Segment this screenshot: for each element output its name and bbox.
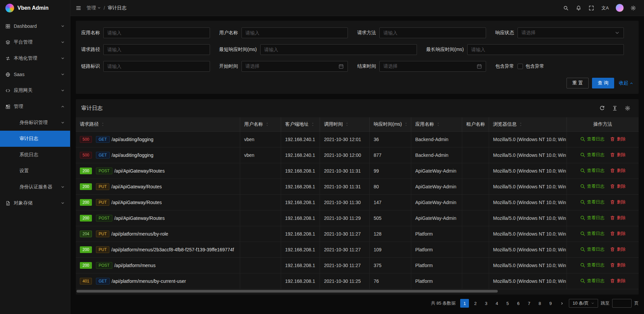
delete-button[interactable]: 删除: [610, 136, 626, 142]
sort-icon[interactable]: [405, 122, 408, 126]
search-button[interactable]: 查 询: [592, 78, 614, 88]
delete-button[interactable]: 删除: [610, 199, 626, 205]
app-name-input[interactable]: [103, 27, 210, 38]
column-header-1[interactable]: 用户名称: [240, 117, 281, 132]
request-method-input[interactable]: [379, 27, 486, 38]
sort-icon[interactable]: [311, 122, 314, 126]
user-cell: [240, 210, 281, 226]
sidebar-item-management[interactable]: 管理: [0, 99, 70, 115]
page-button-9[interactable]: 9: [546, 299, 555, 308]
layers-icon: [5, 40, 10, 45]
view-log-button[interactable]: 查看日志: [580, 168, 604, 174]
page-unit-label: 页: [634, 300, 639, 306]
sidebar-item-object-storage[interactable]: 对象存储: [0, 195, 70, 211]
sort-icon[interactable]: [519, 122, 522, 126]
call-time-cell: 2021-10-30 11:27: [320, 242, 370, 258]
page-button-5[interactable]: 5: [503, 299, 512, 308]
avatar[interactable]: [615, 4, 624, 12]
sidebar-item-app-gateway[interactable]: 应用网关: [0, 82, 70, 99]
sort-icon[interactable]: [437, 122, 440, 126]
response-status-select[interactable]: 请选择: [518, 27, 624, 38]
view-log-button[interactable]: 查看日志: [580, 278, 604, 284]
delete-label: 删除: [617, 183, 626, 189]
sidebar-item-identity-management[interactable]: 身份标识管理: [0, 115, 70, 131]
max-response-time-label: 最长响应时间(ms): [426, 47, 467, 53]
view-log-button[interactable]: 查看日志: [580, 231, 604, 237]
locale-icon[interactable]: 文A: [599, 3, 611, 13]
delete-button[interactable]: 删除: [610, 231, 626, 237]
delete-button[interactable]: 删除: [610, 278, 626, 284]
sidebar-item-platform-management[interactable]: 平台管理: [0, 34, 70, 50]
column-header-2[interactable]: 客户端地址: [281, 117, 320, 132]
min-response-time-input[interactable]: [260, 44, 417, 55]
page-button-2[interactable]: 2: [471, 299, 480, 308]
column-header-5[interactable]: 应用名称: [411, 117, 462, 132]
include-exception-checkbox[interactable]: [518, 64, 523, 69]
column-header-3[interactable]: 调用时间: [320, 117, 370, 132]
sort-icon[interactable]: [101, 122, 104, 126]
column-header-0[interactable]: 请求路径: [76, 117, 240, 132]
delete-button[interactable]: 删除: [610, 168, 626, 174]
next-page-button[interactable]: [557, 299, 566, 308]
magnifier-icon: [580, 152, 585, 158]
delete-button[interactable]: 删除: [610, 246, 626, 252]
view-log-button[interactable]: 查看日志: [580, 183, 604, 189]
delete-button[interactable]: 删除: [610, 262, 626, 268]
column-header-4[interactable]: 响应时间(ms): [370, 117, 411, 132]
jump-page-input[interactable]: [612, 299, 632, 308]
reset-button[interactable]: 重 置: [567, 78, 589, 88]
view-log-button[interactable]: 查看日志: [580, 215, 604, 221]
sidebar-item-audit-log[interactable]: 审计日志: [0, 131, 70, 147]
page-button-8[interactable]: 8: [535, 299, 544, 308]
collapse-link[interactable]: 收起: [619, 80, 633, 86]
app-name-cell: Platform: [411, 226, 462, 242]
request-path-input[interactable]: [103, 44, 210, 55]
page-size-select[interactable]: 10 条/页: [569, 299, 598, 308]
start-time-picker[interactable]: 请选择: [241, 61, 348, 72]
settings-gear-icon[interactable]: [628, 3, 639, 13]
view-log-button[interactable]: 查看日志: [580, 199, 604, 205]
breadcrumb-separator: /: [104, 5, 105, 11]
search-icon[interactable]: [560, 3, 571, 13]
column-settings-icon[interactable]: [622, 104, 633, 113]
sidebar-item-settings[interactable]: 设置: [0, 163, 70, 179]
sidebar-item-dashboard[interactable]: Dashboard: [0, 18, 70, 34]
column-header-6[interactable]: 租户名称: [462, 117, 489, 132]
page-button-4[interactable]: 4: [492, 299, 501, 308]
request-path-cell: 204PUT/api/platform/menus/by-role: [76, 226, 240, 242]
scrollbar-thumb[interactable]: [76, 290, 498, 293]
fullscreen-icon[interactable]: [586, 3, 597, 13]
column-header-7[interactable]: 浏览器信息: [489, 117, 567, 132]
page-button-6[interactable]: 6: [514, 299, 523, 308]
view-log-button[interactable]: 查看日志: [580, 262, 604, 268]
brand[interactable]: Vben Admin: [0, 0, 70, 16]
trace-id-input[interactable]: [103, 61, 210, 72]
table-row: 500GET/api/auditing/loggingvben192.168.2…: [76, 147, 639, 163]
breadcrumb-root[interactable]: 管理: [87, 5, 101, 11]
menu-fold-icon[interactable]: [76, 5, 81, 11]
client-address-cell: 192.168.208.1: [281, 258, 320, 273]
view-log-button[interactable]: 查看日志: [580, 152, 604, 158]
page-button-7[interactable]: 7: [525, 299, 533, 308]
sort-icon[interactable]: [345, 122, 348, 126]
row-height-icon[interactable]: [609, 104, 621, 113]
brand-logo-icon: [5, 4, 14, 12]
notification-icon[interactable]: [573, 3, 584, 13]
delete-button[interactable]: 删除: [610, 152, 626, 158]
page-button-3[interactable]: 3: [482, 299, 490, 308]
sidebar-item-system-log[interactable]: 系统日志: [0, 147, 70, 163]
delete-button[interactable]: 删除: [610, 215, 626, 221]
refresh-icon[interactable]: [596, 104, 608, 113]
delete-button[interactable]: 删除: [610, 183, 626, 189]
sidebar-item-auth-server[interactable]: 身份认证服务器: [0, 179, 70, 195]
view-log-button[interactable]: 查看日志: [580, 246, 604, 252]
page-button-1[interactable]: 1: [460, 299, 469, 308]
end-time-picker[interactable]: 请选择: [379, 61, 486, 72]
user-name-input[interactable]: [241, 27, 348, 38]
view-log-button[interactable]: 查看日志: [580, 136, 604, 142]
sort-icon[interactable]: [266, 122, 269, 126]
max-response-time-input[interactable]: [467, 44, 624, 55]
status-badge: 500: [80, 136, 92, 143]
sidebar-item-saas[interactable]: Saas: [0, 66, 70, 82]
sidebar-item-localization-management[interactable]: 本地化管理: [0, 50, 70, 66]
